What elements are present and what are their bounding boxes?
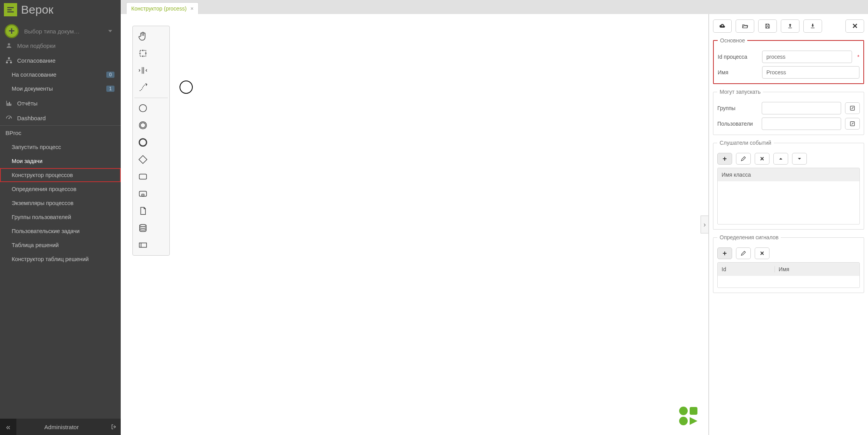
sidebar-item-process-instances[interactable]: Экземпляры процессов (0, 196, 121, 210)
intermediate-event-icon[interactable] (134, 117, 151, 134)
open-button[interactable] (736, 19, 754, 33)
sidebar-item-user-tasks[interactable]: Пользовательские задачи (0, 224, 121, 238)
svg-rect-8 (140, 51, 146, 56)
svg-rect-13 (139, 174, 147, 179)
bproc-section-header[interactable]: BProc (0, 125, 121, 140)
sidebar-item-user-groups[interactable]: Группы пользователей (0, 210, 121, 224)
tab-constructor[interactable]: Конструктор (process) × (126, 2, 199, 14)
doc-type-select[interactable]: Выбор типа докум… (24, 28, 116, 35)
new-doc-button[interactable] (5, 24, 19, 38)
tab-close-icon[interactable]: × (190, 5, 194, 12)
process-name-input[interactable] (762, 66, 859, 79)
subprocess-icon[interactable] (134, 185, 151, 202)
data-store-icon[interactable] (134, 219, 151, 237)
listeners-grid[interactable]: Имя класса (717, 168, 860, 225)
move-up-listener-button[interactable] (773, 153, 788, 165)
edit-listener-button[interactable] (736, 153, 751, 165)
sidebar-item-process-constructor[interactable]: Конструктор процессов (0, 168, 121, 182)
svg-rect-6 (11, 104, 11, 106)
groups-input[interactable] (762, 102, 841, 114)
end-event-icon[interactable] (134, 134, 151, 151)
sidebar-item-reports[interactable]: Отчёты (0, 96, 121, 111)
app-name: Верок (21, 3, 53, 16)
svg-point-18 (180, 81, 192, 93)
logo-row: Верок (0, 0, 121, 19)
tab-bar: Конструктор (process) × (121, 0, 868, 14)
sitemap-icon (5, 57, 12, 64)
users-input[interactable] (762, 118, 841, 130)
sidebar-item-decision-table-constructor[interactable]: Конструктор таблиц решений (0, 252, 121, 266)
add-signal-button[interactable]: + (717, 247, 732, 259)
sidebar-item-label: Экземпляры процессов (12, 200, 74, 206)
app-logo-icon (4, 3, 17, 16)
workspace: ✕ Основное Id процесса * Имя Могут запус… (121, 14, 868, 435)
upload-button[interactable] (781, 19, 799, 33)
connect-tool-icon[interactable] (134, 79, 151, 96)
sidebar-item-label: Мои документы (12, 86, 53, 92)
listeners-col-class: Имя класса (718, 172, 859, 178)
sidebar-item-my-selections[interactable]: Мои подборки (0, 43, 121, 53)
current-user[interactable]: Administrator (16, 424, 107, 430)
deploy-button[interactable] (713, 19, 732, 33)
add-listener-button[interactable]: + (717, 153, 732, 165)
sidebar-item-to-approve[interactable]: На согласование 0 (0, 68, 121, 82)
remove-listener-button[interactable]: × (755, 153, 769, 165)
launch-fieldset: Могут запускать Группы Пользователи (713, 89, 864, 135)
process-id-input[interactable] (762, 51, 852, 63)
sidebar-collapse-button[interactable] (0, 419, 16, 435)
fieldset-legend: Могут запускать (717, 89, 763, 95)
svg-rect-5 (9, 102, 10, 105)
tab-label: Конструктор (process) (131, 5, 187, 12)
bpmn-logo-icon (678, 405, 699, 426)
edit-groups-button[interactable] (845, 102, 860, 114)
tool-palette (132, 26, 170, 256)
sidebar-item-process-definitions[interactable]: Определения процессов (0, 182, 121, 196)
lasso-tool-icon[interactable] (134, 45, 151, 62)
properties-panel-handle[interactable] (701, 216, 708, 233)
remove-signal-button[interactable]: × (755, 247, 769, 259)
canvas-area[interactable] (121, 14, 708, 435)
edit-signal-button[interactable] (736, 247, 751, 259)
sidebar-item-label: Dashboard (17, 115, 46, 121)
nav: Мои подборки Согласование На согласовани… (0, 43, 121, 419)
svg-rect-1 (8, 58, 10, 59)
data-object-icon[interactable] (134, 202, 151, 219)
props-toolbar: ✕ (713, 19, 864, 33)
download-button[interactable] (803, 19, 822, 33)
sidebar-item-dashboard[interactable]: Dashboard (0, 111, 121, 125)
svg-rect-15 (142, 194, 144, 196)
signals-col-name: Имя (775, 266, 859, 272)
badge: 1 (106, 86, 114, 92)
sidebar-item-label: Мои задачи (12, 158, 42, 164)
sidebar-item-label: Группы пользователей (12, 214, 71, 220)
sidebar-item-my-tasks[interactable]: Мои задачи (0, 154, 121, 168)
gateway-icon[interactable] (134, 151, 151, 168)
sidebar-item-approval[interactable]: Согласование (0, 53, 121, 68)
sidebar-item-decision-table[interactable]: Таблица решений (0, 238, 121, 252)
section-label: BProc (5, 130, 21, 136)
sidebar-item-label: Конструктор процессов (12, 172, 73, 178)
groups-label: Группы (717, 105, 758, 111)
close-button[interactable]: ✕ (845, 19, 864, 33)
sidebar-item-start-process[interactable]: Запустить процесс (0, 140, 121, 154)
pool-icon[interactable] (134, 237, 151, 254)
sidebar-item-my-docs[interactable]: Мои документы 1 (0, 82, 121, 96)
space-tool-icon[interactable] (134, 62, 151, 79)
canvas-start-event[interactable] (179, 80, 193, 94)
logout-button[interactable] (107, 424, 121, 430)
signals-grid[interactable]: Id Имя (717, 262, 860, 288)
sidebar-item-label: Отчёты (17, 100, 37, 107)
edit-users-button[interactable] (845, 118, 860, 130)
save-button[interactable] (758, 19, 777, 33)
start-event-icon[interactable] (134, 100, 151, 117)
nav-scroll[interactable]: Мои подборки Согласование На согласовани… (0, 43, 121, 419)
task-icon[interactable] (134, 168, 151, 185)
gauge-icon (5, 114, 12, 121)
process-id-label: Id процесса (718, 54, 758, 60)
hand-tool-icon[interactable] (134, 28, 151, 45)
doc-type-placeholder: Выбор типа докум… (24, 28, 80, 35)
svg-point-21 (679, 417, 688, 425)
properties-panel: ✕ Основное Id процесса * Имя Могут запус… (708, 14, 868, 435)
users-label: Пользователи (717, 121, 758, 127)
move-down-listener-button[interactable] (792, 153, 807, 165)
